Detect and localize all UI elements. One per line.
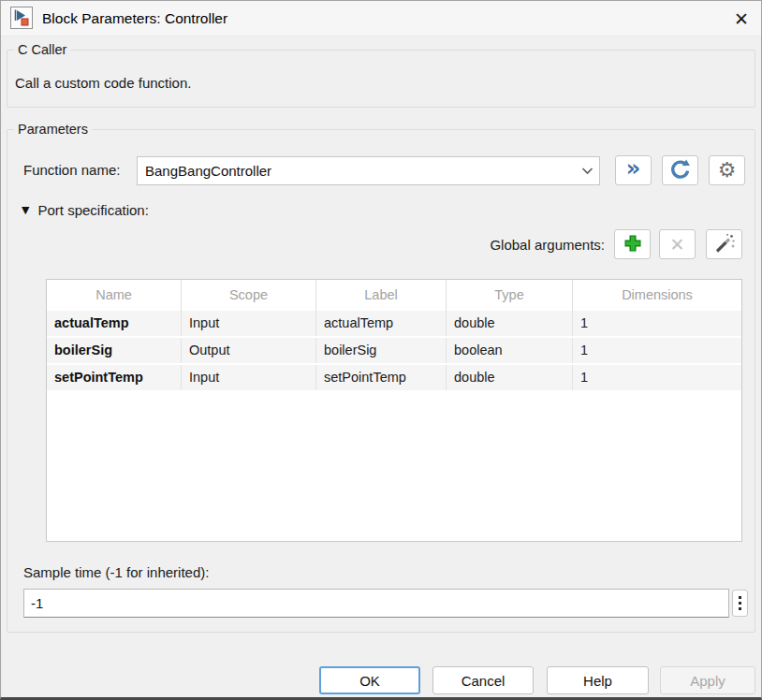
cell-scope[interactable]: Output bbox=[182, 338, 316, 363]
title-bar[interactable]: Block Parameters: Controller ✕ bbox=[1, 1, 761, 36]
auto-fill-wand-button[interactable] bbox=[706, 229, 742, 259]
cell-scope[interactable]: Input bbox=[182, 311, 316, 336]
add-global-argument-button[interactable] bbox=[614, 229, 651, 259]
dialog-title: Block Parameters: Controller bbox=[42, 1, 227, 36]
refresh-button[interactable] bbox=[662, 155, 698, 185]
cell-type[interactable]: double bbox=[447, 311, 573, 336]
column-header-scope: Scope bbox=[182, 280, 316, 311]
block-type-title: C Caller bbox=[14, 42, 70, 58]
cell-scope[interactable]: Input bbox=[182, 365, 316, 390]
gear-icon: ⚙ bbox=[718, 160, 737, 181]
delete-x-icon: ✕ bbox=[670, 236, 685, 254]
column-header-dimensions: Dimensions bbox=[573, 280, 741, 311]
parameters-group-title: Parameters bbox=[14, 122, 92, 138]
help-button[interactable]: Help bbox=[547, 666, 649, 694]
column-header-name: Name bbox=[47, 280, 182, 311]
port-specification-toggle[interactable]: ▼ Port specification: bbox=[22, 202, 149, 218]
cell-type[interactable]: double bbox=[447, 365, 573, 390]
kebab-icon bbox=[739, 596, 741, 599]
cell-dimensions[interactable]: 1 bbox=[573, 338, 741, 363]
settings-button[interactable]: ⚙ bbox=[709, 155, 745, 185]
port-specification-label: Port specification: bbox=[37, 202, 148, 218]
apply-button: Apply bbox=[660, 666, 755, 694]
block-description: Call a custom code function. bbox=[15, 75, 191, 91]
magic-wand-icon bbox=[713, 232, 736, 257]
column-header-label: Label bbox=[316, 280, 447, 311]
global-arguments-label: Global arguments: bbox=[375, 237, 605, 253]
cell-name[interactable]: boilerSig bbox=[47, 338, 182, 363]
cell-dimensions[interactable]: 1 bbox=[573, 311, 741, 336]
table-header-row: Name Scope Label Type Dimensions bbox=[47, 280, 741, 311]
block-type-group: C Caller Call a custom code function. bbox=[7, 50, 755, 108]
cell-name[interactable]: setPointTemp bbox=[47, 365, 182, 390]
cell-label[interactable]: actualTemp bbox=[316, 311, 447, 336]
delete-global-argument-button: ✕ bbox=[659, 229, 696, 259]
chevron-down-icon[interactable] bbox=[575, 167, 599, 175]
double-chevron-icon: » bbox=[626, 157, 641, 180]
table-row[interactable]: actualTemp Input actualTemp double 1 bbox=[47, 311, 741, 338]
table-row[interactable]: setPointTemp Input setPointTemp double 1 bbox=[47, 365, 741, 392]
cancel-button[interactable]: Cancel bbox=[432, 666, 534, 694]
plus-icon bbox=[622, 232, 644, 257]
cell-dimensions[interactable]: 1 bbox=[573, 365, 741, 390]
ok-button[interactable]: OK bbox=[319, 666, 420, 694]
sample-time-input[interactable] bbox=[23, 589, 729, 618]
function-name-input[interactable] bbox=[138, 162, 575, 180]
triangle-down-icon[interactable]: ▼ bbox=[22, 204, 29, 216]
close-icon[interactable]: ✕ bbox=[727, 5, 755, 32]
sample-time-label: Sample time (-1 for inherited): bbox=[23, 564, 209, 580]
cell-label[interactable]: boilerSig bbox=[316, 338, 447, 363]
block-parameters-dialog: Block Parameters: Controller ✕ C Caller … bbox=[0, 0, 762, 700]
cell-label[interactable]: setPointTemp bbox=[316, 365, 447, 390]
cell-type[interactable]: boolean bbox=[447, 338, 573, 363]
function-name-label: Function name: bbox=[23, 162, 120, 178]
open-function-browser-button[interactable]: » bbox=[615, 155, 652, 185]
refresh-icon bbox=[669, 158, 691, 182]
function-name-combobox[interactable] bbox=[137, 156, 600, 185]
port-specification-table[interactable]: Name Scope Label Type Dimensions actualT… bbox=[46, 279, 742, 542]
sample-time-menu-button[interactable] bbox=[732, 590, 748, 617]
column-header-type: Type bbox=[447, 280, 573, 311]
cell-name[interactable]: actualTemp bbox=[47, 311, 182, 336]
simulink-block-icon bbox=[10, 7, 33, 29]
table-row[interactable]: boilerSig Output boilerSig boolean 1 bbox=[47, 338, 741, 365]
